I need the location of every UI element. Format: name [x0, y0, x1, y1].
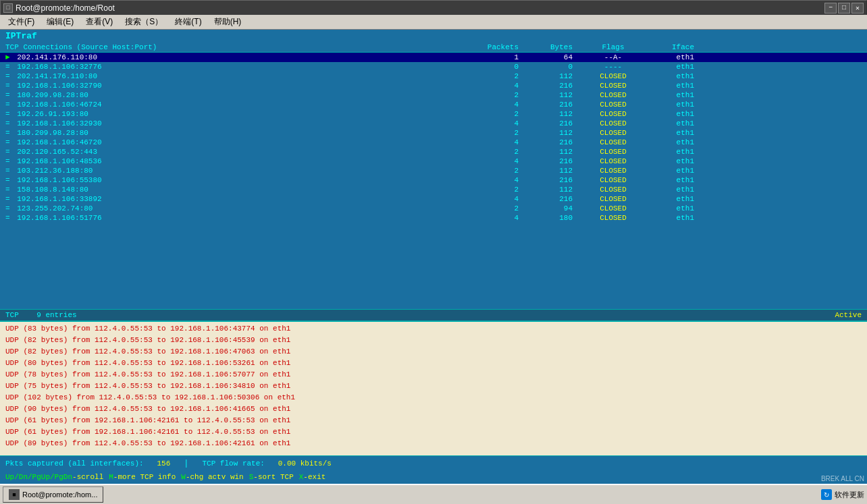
pkts-info: Pkts captured (all interfaces): 156 — [5, 459, 170, 468]
tcp-flags: CLOSED — [586, 186, 640, 194]
udp-line: UDP (61 bytes) from 192.168.1.106:42161 … — [5, 426, 862, 438]
tcp-footer-active: Active — [835, 311, 862, 319]
src-addr: 192.168.1.106:55380 — [17, 176, 101, 184]
tcp-row[interactable]: = 192.168.1.106:55380 4 216 CLOSED eth1 — [0, 175, 867, 185]
taskbar-update-btn[interactable]: ↻ 软件更新 — [821, 489, 864, 500]
cmd-item[interactable]: W-chg actv win — [181, 473, 243, 481]
tcp-iface: eth1 — [640, 148, 694, 156]
tcp-row[interactable]: = 192.168.1.106:46724 4 216 CLOSED eth1 — [0, 100, 867, 109]
direction-indicator: = — [5, 129, 10, 137]
tcp-iface: eth1 — [640, 204, 694, 213]
menu-item-f[interactable]: 文件(F) — [3, 15, 40, 29]
tcp-packets: 4 — [478, 138, 532, 146]
col-src-header: TCP Connections (Source Host:Port) — [5, 43, 478, 51]
menu-item-t[interactable]: 終端(T) — [169, 15, 207, 29]
tcp-iface: eth1 — [640, 82, 694, 90]
tcp-row[interactable]: = 158.108.8.148:80 2 112 CLOSED eth1 — [0, 185, 867, 194]
src-addr: 192.168.1.106:46720 — [17, 138, 101, 146]
menu-item-v[interactable]: 查看(V) — [80, 15, 118, 29]
cmd-bar: Up/Dn/PgUp/PgDn-scroll M-more TCP info W… — [0, 470, 867, 484]
tcp-row[interactable]: = 180.209.98.28:80 2 112 CLOSED eth1 — [0, 90, 867, 100]
tcp-iface: eth1 — [640, 110, 694, 118]
tcp-flags: CLOSED — [586, 101, 640, 109]
tcp-packets: 4 — [478, 214, 532, 222]
tcp-row[interactable]: = 202.141.176.110:80 2 112 CLOSED eth1 — [0, 72, 867, 81]
menu-item-h[interactable]: 帮助(H) — [209, 15, 247, 29]
tcp-section: TCP Connections (Source Host:Port) Packe… — [0, 43, 867, 320]
tcp-src: = 192.168.1.106:46724 — [5, 101, 478, 109]
tcp-src: = 192.26.91.193:80 — [5, 110, 478, 118]
direction-indicator: = — [5, 214, 10, 222]
col-flags-header: Flags — [586, 43, 640, 51]
cmd-key: W — [181, 473, 186, 481]
taskbar-terminal-btn[interactable]: ■ Root@promote:/hom... — [3, 486, 103, 503]
tcp-packets: 2 — [478, 110, 532, 118]
tcp-row[interactable]: = 103.212.36.188:80 2 112 CLOSED eth1 — [0, 166, 867, 175]
minimize-button[interactable]: − — [824, 3, 837, 13]
tcp-iface: eth1 — [640, 63, 694, 71]
tcp-src: = 192.168.1.106:46720 — [5, 138, 478, 146]
window-icon: □ — [3, 3, 13, 13]
cmd-item[interactable]: S-sort TCP — [249, 473, 294, 481]
terminal-icon: ■ — [9, 489, 20, 500]
src-addr: 192.168.1.106:51776 — [17, 214, 101, 222]
col-iface-header: Iface — [640, 43, 694, 51]
iptraf-header: IPTraf — [0, 30, 867, 43]
tcp-bytes: 216 — [532, 82, 586, 90]
watermark: BREK ALL CN — [821, 475, 864, 482]
direction-indicator: = — [5, 110, 10, 118]
tcp-packets: 4 — [478, 101, 532, 109]
tcp-row[interactable]: = 192.168.1.106:32930 4 216 CLOSED eth1 — [0, 119, 867, 128]
udp-line: UDP (80 bytes) from 112.4.0.55:53 to 192… — [5, 358, 862, 369]
tcp-src: = 158.108.8.148:80 — [5, 186, 478, 194]
cmd-item[interactable]: Up/Dn/PgUp/PgDn-scroll — [5, 473, 103, 481]
tcp-src: = 180.209.98.28:80 — [5, 91, 478, 99]
menu-item-s[interactable]: 搜索（S） — [120, 15, 168, 29]
tcp-row[interactable]: = 192.168.1.106:48536 4 216 CLOSED eth1 — [0, 157, 867, 166]
tcp-packets: 2 — [478, 91, 532, 99]
tcp-row[interactable]: = 202.120.165.52:443 2 112 CLOSED eth1 — [0, 147, 867, 157]
src-addr: 202.141.176.110:80 — [17, 53, 97, 61]
src-addr: 123.255.202.74:80 — [17, 204, 93, 213]
tcp-row[interactable]: ► 202.141.176.110:80 1 64 --A- eth1 — [0, 53, 867, 62]
maximize-button[interactable]: □ — [838, 3, 850, 13]
udp-line: UDP (78 bytes) from 112.4.0.55:53 to 192… — [5, 369, 862, 381]
tcp-packets: 4 — [478, 176, 532, 184]
udp-line: UDP (89 bytes) from 112.4.0.55:53 to 192… — [5, 438, 862, 449]
tcp-row[interactable]: = 192.168.1.106:33892 4 216 CLOSED eth1 — [0, 194, 867, 204]
cmd-key: Up/Dn/PgUp/PgDn — [5, 473, 72, 481]
direction-indicator: = — [5, 138, 10, 146]
tcp-src: = 103.212.36.188:80 — [5, 167, 478, 175]
tcp-row[interactable]: = 123.255.202.74:80 2 94 CLOSED eth1 — [0, 204, 867, 213]
tcp-row[interactable]: = 192.168.1.106:32776 0 0 ---- eth1 — [0, 62, 867, 72]
tcp-bytes: 112 — [532, 91, 586, 99]
cmd-item[interactable]: M-more TCP info — [109, 473, 176, 481]
src-addr: 202.120.165.52:443 — [17, 148, 97, 156]
tcp-src: = 192.168.1.106:33892 — [5, 195, 478, 203]
tcp-flags: ---- — [586, 63, 640, 71]
cmd-desc: -exit — [303, 473, 325, 481]
udp-line: UDP (90 bytes) from 112.4.0.55:53 to 192… — [5, 403, 862, 415]
taskbar-update-label: 软件更新 — [835, 490, 864, 500]
tcp-row[interactable]: = 192.168.1.106:46720 4 216 CLOSED eth1 — [0, 138, 867, 147]
direction-indicator: = — [5, 82, 10, 90]
src-addr: 192.168.1.106:48536 — [17, 157, 101, 165]
cmd-item[interactable]: X-exit — [299, 473, 326, 481]
close-button[interactable]: ✕ — [851, 3, 864, 13]
udp-line: UDP (75 bytes) from 112.4.0.55:53 to 192… — [5, 381, 862, 392]
tcp-src: = 192.168.1.106:48536 — [5, 157, 478, 165]
tcp-bytes: 216 — [532, 157, 586, 165]
tcp-row[interactable]: = 180.209.98.28:80 2 112 CLOSED eth1 — [0, 128, 867, 138]
tcp-packets: 2 — [478, 72, 532, 80]
src-addr: 192.26.91.193:80 — [17, 110, 88, 118]
pkts-label: Pkts captured (all interfaces): — [5, 459, 144, 468]
udp-line: UDP (82 bytes) from 112.4.0.55:53 to 192… — [5, 346, 862, 358]
tcp-row[interactable]: = 192.26.91.193:80 2 112 CLOSED eth1 — [0, 109, 867, 119]
udp-line: UDP (82 bytes) from 112.4.0.55:53 to 192… — [5, 335, 862, 346]
src-addr: 192.168.1.106:32776 — [17, 63, 101, 71]
tcp-row[interactable]: = 192.168.1.106:32790 4 216 CLOSED eth1 — [0, 81, 867, 90]
tcp-row[interactable]: = 192.168.1.106:51776 4 180 CLOSED eth1 — [0, 213, 867, 223]
taskbar-terminal-label: Root@promote:/hom... — [22, 491, 97, 499]
tcp-flow-label: TCP flow rate: — [202, 459, 264, 468]
menu-item-e[interactable]: 编辑(E) — [41, 15, 79, 29]
